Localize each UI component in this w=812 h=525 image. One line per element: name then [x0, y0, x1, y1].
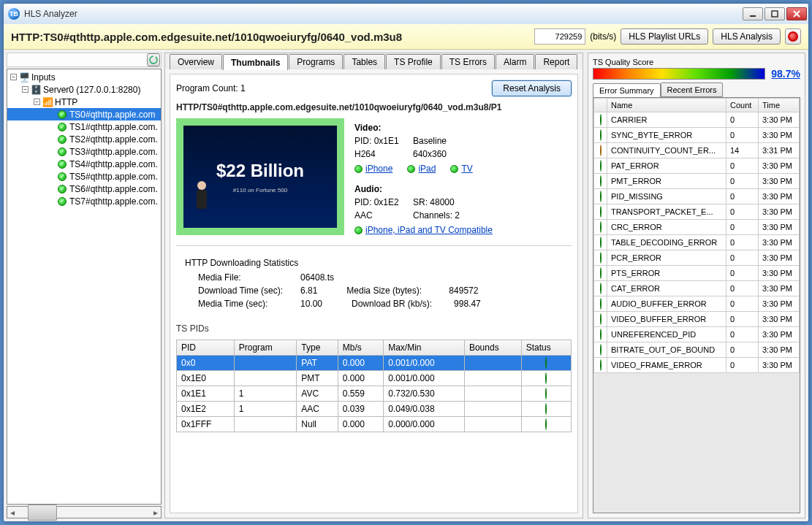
close-button[interactable] — [786, 7, 807, 20]
tab-alarm[interactable]: Alarm — [496, 54, 534, 69]
scroll-thumb[interactable] — [28, 505, 57, 521]
table-row[interactable]: 0x1E0PMT0.0000.001/0.000 — [177, 370, 572, 386]
col-time[interactable]: Time — [759, 99, 800, 112]
expand-icon[interactable]: − — [10, 74, 17, 80]
app-window: TB HLS Analyzer HTTP:TS0#qthttp.apple.co… — [3, 3, 809, 522]
tree-root[interactable]: − 🖥️ Inputs — [7, 71, 161, 83]
program-count: Program Count: 1 — [176, 83, 246, 93]
tab-overview[interactable]: Overview — [170, 54, 222, 69]
tree-item-label: TS3#qthttp.apple.com. — [69, 147, 158, 157]
col-header[interactable]: Program — [234, 340, 297, 355]
server-icon: 🗄️ — [31, 85, 41, 95]
bitrate-field[interactable] — [534, 28, 585, 45]
tree-item[interactable]: ✓TS5#qthttp.apple.com. — [7, 170, 161, 183]
tab-ts-errors[interactable]: TS Errors — [441, 54, 495, 69]
expand-icon[interactable]: − — [22, 86, 29, 93]
computer-icon: 🖥️ — [19, 72, 29, 83]
expand-icon[interactable]: − — [34, 99, 40, 105]
table-row[interactable]: PCR_ERROR03:30 PM — [594, 250, 800, 266]
status-dot-icon — [545, 372, 547, 384]
table-row[interactable]: 0x1E11AVC0.5590.732/0.530 — [177, 386, 572, 401]
tab-thumbnails[interactable]: Thumbnails — [223, 54, 288, 70]
audio-compat-link[interactable]: iPhone, iPad and TV Compatible — [365, 225, 493, 235]
tree-item[interactable]: ✓TS1#qthttp.apple.com. — [7, 120, 161, 133]
table-row[interactable]: VIDEO_BUFFER_ERROR03:30 PM — [594, 312, 800, 327]
scroll-right-icon[interactable]: ▸ — [151, 507, 161, 518]
sidebar-hscrollbar[interactable]: ◂ ▸ — [7, 506, 162, 518]
compat-ipad-link[interactable]: iPad — [418, 164, 436, 174]
table-row[interactable]: 0x0PAT0.0000.001/0.000 — [177, 355, 572, 370]
tab-tables[interactable]: Tables — [344, 54, 385, 69]
scroll-left-icon[interactable]: ◂ — [7, 507, 18, 518]
table-row[interactable]: CRC_ERROR03:30 PM — [594, 220, 800, 235]
col-header[interactable]: Type — [297, 340, 338, 355]
tab-recent-errors[interactable]: Recent Errors — [661, 83, 724, 97]
col-header[interactable]: Mb/s — [338, 340, 383, 355]
ok-icon: ✓ — [57, 147, 67, 157]
reset-analysis-button[interactable]: Reset Analysis — [492, 80, 572, 96]
table-row[interactable]: PTS_ERROR03:30 PM — [594, 266, 800, 281]
table-row[interactable]: PID_MISSING03:30 PM — [594, 189, 800, 204]
col-header[interactable]: Status — [521, 340, 571, 355]
tree-item[interactable]: ✓TS6#qthttp.apple.com. — [7, 183, 161, 195]
table-row[interactable]: 0x1FFFNull0.0000.000/0.000 — [177, 416, 572, 432]
tree-server[interactable]: − 🗄️ Server0 (127.0.0.1:8280) — [7, 83, 161, 96]
col-header[interactable]: Bounds — [464, 340, 521, 355]
table-row[interactable]: VIDEO_FRAME_ERROR03:30 PM — [594, 358, 800, 373]
table-row[interactable]: CAT_ERROR03:30 PM — [594, 281, 800, 296]
tree-http[interactable]: − 📶 HTTP — [7, 96, 161, 108]
quality-value-link[interactable]: 98.7% — [771, 68, 800, 80]
refresh-button[interactable] — [147, 53, 160, 66]
record-button[interactable] — [785, 28, 801, 45]
tab-error-summary[interactable]: Error Summary — [593, 83, 661, 98]
tab-ts-profile[interactable]: TS Profile — [386, 54, 441, 69]
label: Download BR (kb/s): — [352, 299, 454, 309]
tree-item[interactable]: ✓TS0#qthttp.apple.com — [7, 108, 161, 120]
col-count[interactable]: Count — [726, 99, 759, 112]
error-table[interactable]: Name Count Time CARRIER03:30 PMSYNC_BYTE… — [593, 98, 800, 373]
ok-icon: ✓ — [57, 196, 67, 207]
input-tree[interactable]: − 🖥️ Inputs − 🗄️ Server0 (127.0.0.1:8280… — [7, 69, 162, 505]
table-row[interactable]: CONTINUITY_COUNT_ER...143:31 PM — [594, 143, 800, 158]
titlebar[interactable]: TB HLS Analyzer — [4, 4, 808, 24]
tab-report[interactable]: Report — [535, 54, 577, 69]
table-row[interactable]: TRANSPORT_PACKET_E...03:30 PM — [594, 204, 800, 220]
playlist-urls-button[interactable]: HLS Playlist URLs — [621, 28, 708, 45]
col-header[interactable]: Max/Min — [384, 340, 465, 355]
tree-item[interactable]: ✓TS7#qthttp.apple.com. — [7, 195, 161, 207]
app-icon: TB — [8, 8, 20, 20]
col-name[interactable]: Name — [607, 99, 726, 112]
maximize-button[interactable] — [764, 7, 785, 20]
person-icon — [191, 178, 213, 215]
tab-programs[interactable]: Programs — [289, 54, 343, 69]
quality-score-label: TS Quality Score — [593, 58, 800, 66]
table-row[interactable]: 0x1E21AAC0.0390.049/0.038 — [177, 401, 572, 416]
table-row[interactable]: PMT_ERROR03:30 PM — [594, 174, 800, 189]
compat-iphone-link[interactable]: iPhone — [365, 164, 392, 174]
table-row[interactable]: AUDIO_BUFFER_ERROR03:30 PM — [594, 296, 800, 312]
table-row[interactable]: TABLE_DECODING_ERROR03:30 PM — [594, 235, 800, 250]
compat-tv-link[interactable]: TV — [461, 164, 472, 174]
video-codec: H264 — [354, 149, 413, 159]
minimize-button[interactable] — [743, 7, 763, 20]
table-row[interactable]: BITRATE_OUT_OF_BOUND03:30 PM — [594, 342, 800, 358]
tree-item[interactable]: ✓TS3#qthttp.apple.com. — [7, 145, 161, 158]
pid-table[interactable]: PIDProgramTypeMb/sMax/MinBoundsStatus 0x… — [176, 340, 572, 432]
table-row[interactable]: SYNC_BYTE_ERROR03:30 PM — [594, 128, 800, 143]
svg-point-4 — [197, 181, 206, 190]
table-row[interactable]: CARRIER03:30 PM — [594, 112, 800, 128]
col-header[interactable]: PID — [177, 340, 235, 355]
video-thumbnail[interactable]: $22 Billion #110 on Fortune 500 — [176, 118, 344, 235]
status-dot-icon — [600, 313, 602, 325]
tree-item[interactable]: ✓TS2#qthttp.apple.com. — [7, 133, 161, 145]
table-row[interactable]: UNREFERENCED_PID03:30 PM — [594, 327, 800, 342]
thumb-caption: $22 Billion — [216, 161, 304, 181]
tree-item[interactable]: ✓TS4#qthttp.apple.com. — [7, 158, 161, 170]
status-dot-icon — [600, 175, 602, 187]
status-dot-icon — [600, 237, 602, 248]
status-dot-icon — [600, 145, 602, 156]
table-row[interactable]: PAT_ERROR03:30 PM — [594, 158, 800, 174]
tree-label: HTTP — [55, 97, 77, 107]
hls-analysis-button[interactable]: HLS Analysis — [713, 28, 781, 45]
audio-pid: PID: 0x1E2 — [354, 197, 413, 207]
